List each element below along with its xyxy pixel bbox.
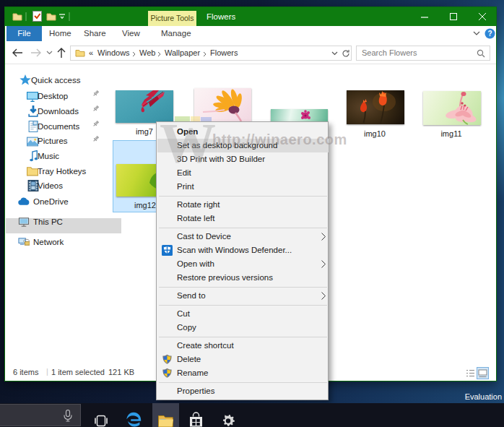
svg-text:?: ? xyxy=(487,30,492,38)
